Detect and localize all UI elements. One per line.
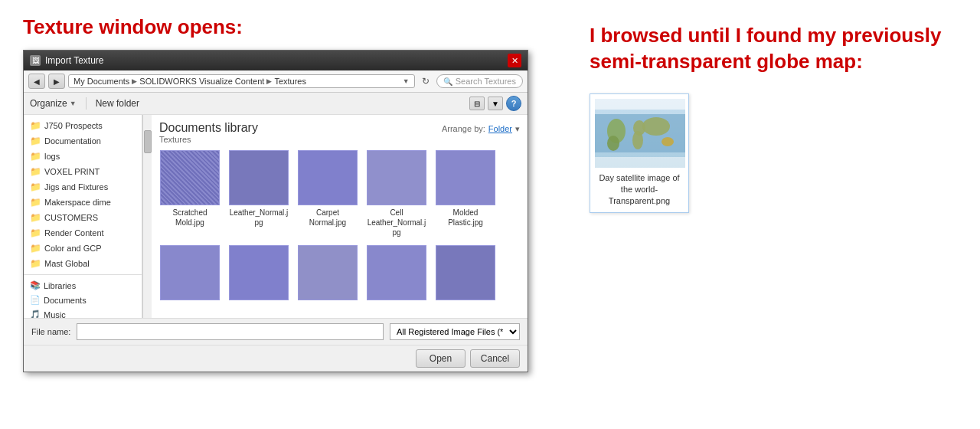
folder-icon: 📁 (30, 166, 41, 177)
left-section: Texture window opens: 🖼 Import Texture ✕… (23, 15, 574, 372)
file-item-molded[interactable]: MoldedPlastic.jpg (435, 150, 496, 237)
view-button2[interactable]: ▼ (488, 97, 503, 110)
import-texture-dialog: 🖼 Import Texture ✕ ◀ ▶ My Documents ▶ SO… (23, 50, 528, 372)
file-item-cell[interactable]: CellLeather_Normal.jpg (366, 150, 427, 237)
file-item-2d[interactable] (366, 245, 427, 303)
file-item-2c[interactable] (297, 245, 358, 303)
filetype-select[interactable]: All Registered Image Files (* (390, 323, 520, 340)
main-content: 📁 J750 Prospects 📁 Documentation 📁 logs … (24, 115, 528, 318)
documents-icon: 📄 (30, 295, 41, 305)
path-part3: Textures (274, 77, 306, 86)
library-title: Documents library (159, 121, 258, 135)
file-item-leather[interactable]: Leather_Normal.jpg (228, 150, 289, 237)
svg-point-7 (662, 137, 674, 146)
sidebar-item-jigs[interactable]: 📁 Jigs and Fixtures (24, 179, 142, 195)
address-path[interactable]: My Documents ▶ SOLIDWORKS Visualize Cont… (68, 74, 415, 88)
file-name-scratched: ScratchedMold.jpg (172, 208, 207, 228)
path-arrow1: ▶ (132, 77, 137, 85)
file-item-scratched[interactable]: ScratchedMold.jpg (159, 150, 220, 237)
file-grid: ScratchedMold.jpg Leather_Normal.jpg Car… (159, 150, 520, 303)
address-bar: ◀ ▶ My Documents ▶ SOLIDWORKS Visualize … (24, 70, 528, 93)
svg-point-6 (642, 117, 670, 136)
file-item-carpet[interactable]: CarpetNormal.jpg (297, 150, 358, 237)
file-thumb-scratched (160, 150, 220, 205)
sidebar-item-maker[interactable]: 📁 Makerspace dime (24, 195, 142, 210)
folder-icon: 📁 (30, 151, 41, 162)
sidebar-item-render[interactable]: 📁 Render Content (24, 225, 142, 241)
help-button[interactable]: ? (506, 96, 521, 111)
sidebar-item-label: J750 Prospects (44, 121, 103, 130)
new-folder-label: New folder (96, 98, 139, 109)
sidebar-section-label: Music (44, 310, 66, 319)
file-area-header: Documents library Textures Arrange by: F… (159, 121, 520, 144)
search-box[interactable]: 🔍 Search Textures (436, 74, 523, 88)
sidebar-item-label: logs (44, 152, 60, 161)
back-button[interactable]: ◀ (28, 74, 45, 89)
right-title: I browsed until I found my previously se… (590, 23, 942, 75)
file-item-2b[interactable] (228, 245, 289, 303)
library-header: Documents library Textures (159, 121, 258, 144)
sidebar-item-label: Makerspace dime (44, 198, 111, 207)
sidebar-item-customers[interactable]: 📁 CUSTOMERS (24, 210, 142, 225)
organize-label: Organize (30, 98, 67, 109)
view-button1[interactable]: ⊟ (469, 97, 485, 110)
music-icon: 🎵 (30, 309, 41, 318)
refresh-button[interactable]: ↻ (418, 74, 433, 89)
globe-preview: Day satellite image of the world-Transpa… (590, 93, 689, 213)
sidebar-item-j750[interactable]: 📁 J750 Prospects (24, 118, 142, 133)
forward-button[interactable]: ▶ (48, 74, 65, 89)
sidebar-section-label: Documents (44, 296, 87, 305)
file-thumb-2c (298, 245, 358, 300)
sidebar-divider (24, 274, 142, 275)
filename-input[interactable] (77, 323, 384, 340)
globe-caption: Day satellite image of the world-Transpa… (595, 172, 684, 208)
sidebar-item-label: Color and GCP (44, 244, 102, 253)
globe-image (595, 99, 685, 168)
sidebar-item-color[interactable]: 📁 Color and GCP (24, 241, 142, 256)
new-folder-button[interactable]: New folder (96, 98, 139, 109)
sidebar-music[interactable]: 🎵 Music (24, 307, 142, 318)
arrange-label: Arrange by: (442, 124, 485, 133)
sidebar-scrollbar[interactable] (142, 115, 152, 318)
sidebar: 📁 J750 Prospects 📁 Documentation 📁 logs … (24, 115, 142, 318)
search-placeholder: Search Textures (456, 77, 516, 86)
sidebar-item-mast[interactable]: 📁 Mast Global (24, 256, 142, 271)
open-button[interactable]: Open (416, 349, 466, 368)
folder-icon: 📁 (30, 197, 41, 208)
file-item-2a[interactable] (159, 245, 220, 303)
title-bar-left: 🖼 Import Texture (30, 55, 103, 66)
window-icon: 🖼 (30, 55, 41, 66)
svg-rect-8 (595, 99, 685, 110)
toolbar-right: ⊟ ▼ ? (469, 96, 521, 111)
file-thumb-2b (229, 245, 289, 300)
file-thumb-carpet (298, 150, 358, 205)
organize-dropdown: ▼ (70, 100, 77, 107)
file-name-molded: MoldedPlastic.jpg (448, 208, 483, 228)
sidebar-item-voxel[interactable]: 📁 VOXEL PRINT (24, 164, 142, 179)
cancel-button[interactable]: Cancel (470, 349, 520, 368)
search-icon: 🔍 (443, 77, 452, 86)
path-part2: SOLIDWORKS Visualize Content (139, 77, 264, 86)
arrange-value[interactable]: Folder (488, 124, 512, 133)
close-button[interactable]: ✕ (508, 54, 521, 67)
file-thumb-2d (367, 245, 426, 300)
sidebar-item-docs[interactable]: 📁 Documentation (24, 133, 142, 149)
svg-point-5 (632, 131, 643, 149)
section-title: Texture window opens: (23, 15, 574, 39)
sidebar-documents[interactable]: 📄 Documents (24, 293, 142, 307)
path-dropdown-arrow: ▼ (403, 77, 410, 85)
file-item-2e[interactable] (435, 245, 496, 303)
sidebar-item-label: Documentation (44, 136, 101, 146)
toolbar-separator (86, 97, 87, 110)
sidebar-item-label: VOXEL PRINT (44, 167, 100, 176)
organize-button[interactable]: Organize ▼ (30, 98, 77, 109)
file-thumb-2e (436, 245, 495, 300)
sidebar-item-label: Render Content (44, 228, 104, 237)
sidebar-item-logs[interactable]: 📁 logs (24, 149, 142, 164)
file-thumb-2a (160, 245, 220, 300)
folder-icon: 📁 (30, 243, 41, 254)
path-arrow2: ▶ (266, 77, 272, 85)
sidebar-libraries[interactable]: 📚 Libraries (24, 278, 142, 293)
svg-point-3 (607, 136, 619, 151)
libraries-icon: 📚 (30, 280, 41, 290)
